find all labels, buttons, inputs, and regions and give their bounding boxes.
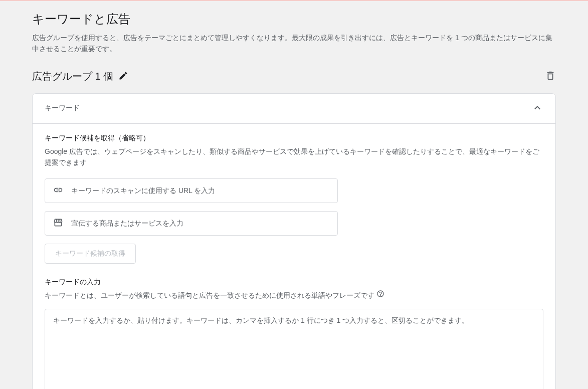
delete-icon[interactable] <box>545 70 556 83</box>
card-header-title: キーワード <box>45 104 80 113</box>
keyword-card-header[interactable]: キーワード <box>33 94 555 124</box>
keyword-textarea[interactable] <box>45 309 543 389</box>
product-input-field[interactable] <box>45 211 338 236</box>
main-container: キーワードと広告 広告グループを使用すると、広告をテーマごとにまとめて管理しやす… <box>0 1 588 389</box>
keyword-card: キーワード キーワード候補を取得（省略可） Google 広告では、ウェブページ… <box>32 93 556 389</box>
enter-description-text: キーワードとは、ユーザーが検索している語句と広告を一致させるために使用される単語… <box>45 290 374 301</box>
suggest-section-title: キーワード候補を取得（省略可） <box>45 134 543 143</box>
storefront-icon <box>53 218 63 229</box>
page-description: 広告グループを使用すると、広告をテーマごとにまとめて管理しやすくなります。最大限… <box>32 32 556 55</box>
ad-group-title: 広告グループ 1 個 <box>32 70 113 83</box>
get-suggestions-button[interactable]: キーワード候補の取得 <box>45 244 136 264</box>
url-input-field[interactable] <box>45 178 338 203</box>
url-input[interactable] <box>71 186 329 194</box>
enter-keywords-description: キーワードとは、ユーザーが検索している語句と広告を一致させるために使用される単語… <box>45 290 543 301</box>
page-header: キーワードと広告 広告グループを使用すると、広告をテーマごとにまとめて管理しやす… <box>32 11 556 55</box>
ad-group-header: 広告グループ 1 個 <box>32 70 556 83</box>
edit-icon[interactable] <box>118 71 128 82</box>
card-body: キーワード候補を取得（省略可） Google 広告では、ウェブページをスキャンし… <box>33 124 555 389</box>
chevron-up-icon <box>531 102 543 115</box>
page-title: キーワードと広告 <box>32 11 556 27</box>
link-icon <box>53 185 63 197</box>
ad-group-title-wrap: 広告グループ 1 個 <box>32 70 128 83</box>
product-input[interactable] <box>71 219 329 227</box>
enter-keywords-title: キーワードの入力 <box>45 278 543 287</box>
suggest-section-description: Google 広告では、ウェブページをスキャンしたり、類似する商品やサービスで効… <box>45 146 543 168</box>
help-icon[interactable] <box>376 290 384 301</box>
